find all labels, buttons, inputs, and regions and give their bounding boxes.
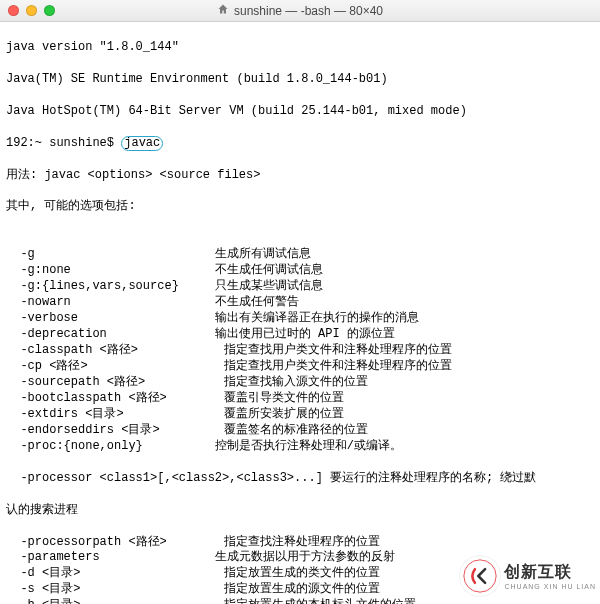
option-flag: -classpath <路径> — [6, 343, 224, 359]
option-flag: -endorseddirs <目录> — [6, 423, 224, 439]
option-row-wrap: -processor <class1>[,<class2>,<class3>..… — [6, 471, 594, 487]
option-row: -endorseddirs <目录> 覆盖签名的标准路径的位置 — [6, 423, 594, 439]
option-flag: -bootclasspath <路径> — [6, 391, 224, 407]
option-flag: -g — [6, 247, 215, 263]
watermark-sub: CHUANG XIN HU LIAN — [504, 583, 596, 590]
option-row: -proc:{none,only} 控制是否执行注释处理和/或编译。 — [6, 439, 594, 455]
option-flag: -proc:{none,only} — [6, 439, 215, 455]
option-desc: 只生成某些调试信息 — [215, 279, 323, 295]
watermark-brand: 创新互联 — [504, 562, 596, 583]
option-row: -sourcepath <路径> 指定查找输入源文件的位置 — [6, 375, 594, 391]
traffic-lights — [0, 5, 55, 16]
prompt-line: 192:~ sunshine$ javac — [6, 136, 594, 152]
option-desc: 指定查找用户类文件和注释处理程序的位置 — [224, 343, 452, 359]
option-row: -verbose 输出有关编译器正在执行的操作的消息 — [6, 311, 594, 327]
java-version-line: Java HotSpot(TM) 64-Bit Server VM (build… — [6, 104, 594, 120]
option-flag: -g:none — [6, 263, 215, 279]
java-version-line: Java(TM) SE Runtime Environment (build 1… — [6, 72, 594, 88]
option-row: -g:{lines,vars,source} 只生成某些调试信息 — [6, 279, 594, 295]
home-icon — [217, 3, 229, 18]
option-row: -classpath <路径> 指定查找用户类文件和注释处理程序的位置 — [6, 343, 594, 359]
option-desc: 生成所有调试信息 — [215, 247, 311, 263]
option-desc: 覆盖引导类文件的位置 — [224, 391, 344, 407]
option-flag: -parameters — [6, 550, 215, 566]
option-desc: 指定查找输入源文件的位置 — [224, 375, 368, 391]
option-flag: -deprecation — [6, 327, 215, 343]
prompt-prefix: 192:~ sunshine$ — [6, 136, 114, 150]
option-desc: 指定放置生成的源文件的位置 — [224, 582, 380, 598]
watermark: 创新互联 CHUANG XIN HU LIAN — [458, 554, 600, 598]
option-desc: 不生成任何警告 — [215, 295, 299, 311]
option-row: -bootclasspath <路径> 覆盖引导类文件的位置 — [6, 391, 594, 407]
option-flag: -processorpath <路径> — [6, 535, 224, 551]
option-flag: -s <目录> — [6, 582, 224, 598]
option-desc: 指定查找用户类文件和注释处理程序的位置 — [224, 359, 452, 375]
option-row: -h <目录> 指定放置生成的本机标头文件的位置 — [6, 598, 594, 604]
titlebar: sunshine — -bash — 80×40 — [0, 0, 600, 22]
zoom-icon[interactable] — [44, 5, 55, 16]
option-desc: 覆盖签名的标准路径的位置 — [224, 423, 368, 439]
option-row-wrap: 认的搜索进程 — [6, 503, 594, 519]
option-desc: 指定放置生成的类文件的位置 — [224, 566, 380, 582]
option-row: -cp <路径> 指定查找用户类文件和注释处理程序的位置 — [6, 359, 594, 375]
option-flag: -nowarn — [6, 295, 215, 311]
option-row: -extdirs <目录> 覆盖所安装扩展的位置 — [6, 407, 594, 423]
option-desc: 不生成任何调试信息 — [215, 263, 323, 279]
option-row: -g 生成所有调试信息 — [6, 247, 594, 263]
option-flag: -h <目录> — [6, 598, 224, 604]
option-desc: 输出使用已过时的 API 的源位置 — [215, 327, 395, 343]
option-desc: 输出有关编译器正在执行的操作的消息 — [215, 311, 419, 327]
watermark-logo-icon — [460, 556, 500, 596]
window-title-text: sunshine — -bash — 80×40 — [234, 4, 383, 18]
option-flag: -sourcepath <路径> — [6, 375, 224, 391]
watermark-text-group: 创新互联 CHUANG XIN HU LIAN — [504, 562, 596, 590]
option-desc: 指定放置生成的本机标头文件的位置 — [224, 598, 416, 604]
option-desc: 覆盖所安装扩展的位置 — [224, 407, 344, 423]
option-desc: 指定查找注释处理程序的位置 — [224, 535, 380, 551]
close-icon[interactable] — [8, 5, 19, 16]
option-desc: 控制是否执行注释处理和/或编译。 — [215, 439, 402, 455]
option-desc: 生成元数据以用于方法参数的反射 — [215, 550, 395, 566]
option-row: -processorpath <路径> 指定查找注释处理程序的位置 — [6, 535, 594, 551]
window-title: sunshine — -bash — 80×40 — [0, 3, 600, 18]
minimize-icon[interactable] — [26, 5, 37, 16]
option-row: -deprecation 输出使用已过时的 API 的源位置 — [6, 327, 594, 343]
java-version-line: java version "1.8.0_144" — [6, 40, 594, 56]
option-flag: -d <目录> — [6, 566, 224, 582]
usage-line: 用法: javac <options> <source files> — [6, 168, 594, 184]
option-row: -nowarn 不生成任何警告 — [6, 295, 594, 311]
option-flag: -g:{lines,vars,source} — [6, 279, 215, 295]
option-flag: -extdirs <目录> — [6, 407, 224, 423]
terminal-body[interactable]: java version "1.8.0_144" Java(TM) SE Run… — [0, 22, 600, 604]
subhead-line: 其中, 可能的选项包括: — [6, 199, 594, 215]
option-row: -g:none 不生成任何调试信息 — [6, 263, 594, 279]
option-flag: -verbose — [6, 311, 215, 327]
option-flag: -cp <路径> — [6, 359, 224, 375]
typed-command: javac — [121, 136, 163, 151]
